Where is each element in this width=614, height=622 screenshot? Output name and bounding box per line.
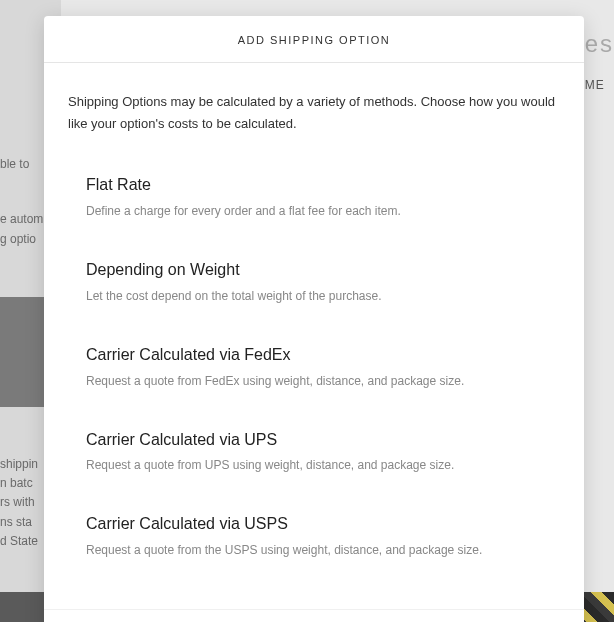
modal-footer: CANCEL — [44, 609, 584, 622]
option-title: Flat Rate — [86, 175, 560, 196]
backdrop-text-fragment: shippin n batc rs with ns sta d State — [0, 455, 44, 551]
backdrop-text-fragment: es — [585, 30, 614, 58]
option-description: Define a charge for every order and a fl… — [86, 202, 560, 220]
option-depending-on-weight[interactable]: Depending on Weight Let the cost depend … — [86, 260, 560, 305]
backdrop-text-fragment: e autom — [0, 210, 44, 229]
option-carrier-ups[interactable]: Carrier Calculated via UPS Request a quo… — [86, 430, 560, 475]
backdrop-right-text: es ME — [585, 30, 614, 92]
option-description: Request a quote from FedEx using weight,… — [86, 372, 560, 390]
modal-header: ADD SHIPPING OPTION — [44, 16, 584, 63]
modal-intro-text: Shipping Options may be calculated by a … — [68, 91, 560, 135]
modal-body: Shipping Options may be calculated by a … — [44, 63, 584, 609]
option-title: Depending on Weight — [86, 260, 560, 281]
option-description: Request a quote from UPS using weight, d… — [86, 456, 560, 474]
backdrop-text-fragment: g optio — [0, 230, 44, 249]
option-title: Carrier Calculated via UPS — [86, 430, 560, 451]
backdrop-text-fragment: ME — [585, 78, 614, 92]
add-shipping-option-modal: ADD SHIPPING OPTION Shipping Options may… — [44, 16, 584, 622]
option-flat-rate[interactable]: Flat Rate Define a charge for every orde… — [86, 175, 560, 220]
option-title: Carrier Calculated via FedEx — [86, 345, 560, 366]
option-description: Request a quote from the USPS using weig… — [86, 541, 560, 559]
option-title: Carrier Calculated via USPS — [86, 514, 560, 535]
modal-title: ADD SHIPPING OPTION — [44, 34, 584, 46]
option-carrier-fedex[interactable]: Carrier Calculated via FedEx Request a q… — [86, 345, 560, 390]
option-carrier-usps[interactable]: Carrier Calculated via USPS Request a qu… — [86, 514, 560, 559]
shipping-option-list: Flat Rate Define a charge for every orde… — [68, 175, 560, 559]
option-description: Let the cost depend on the total weight … — [86, 287, 560, 305]
backdrop-text-fragment: ble to — [0, 155, 44, 174]
